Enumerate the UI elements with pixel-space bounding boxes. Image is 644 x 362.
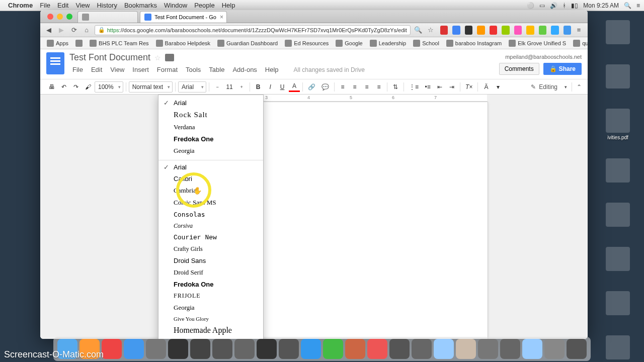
font-select[interactable]: Arial [178, 81, 206, 93]
menu-bookmarks[interactable]: Bookmarks [124, 2, 157, 9]
font-option[interactable]: Calibri [158, 173, 263, 185]
undo-button[interactable]: ↶ [58, 81, 69, 93]
docs-logo-icon[interactable] [46, 52, 64, 74]
font-option[interactable]: Fredoka One [158, 279, 263, 290]
battery-icon[interactable]: ▮▯ [571, 2, 578, 9]
reload-button[interactable]: ⟳ [69, 25, 79, 35]
menu-window[interactable]: Window [164, 2, 187, 9]
font-option[interactable]: Fredoka One [158, 133, 263, 145]
extension-icon[interactable] [526, 26, 534, 35]
extension-icon[interactable] [477, 26, 485, 35]
star-icon[interactable]: ☆ [426, 25, 436, 35]
menu-tools[interactable]: Tools [183, 65, 204, 74]
align-justify[interactable]: ≡ [373, 81, 384, 93]
redo-button[interactable]: ↷ [70, 81, 82, 93]
font-option[interactable]: Droid Serif [158, 266, 263, 279]
volume-icon[interactable]: 🔊 [550, 2, 557, 9]
font-option[interactable]: Impact [158, 337, 263, 339]
font-option[interactable]: Verdana [158, 121, 263, 133]
window-controls[interactable] [44, 14, 75, 20]
dock-app[interactable] [478, 339, 498, 359]
back-button[interactable]: ◀ [44, 25, 54, 35]
desktop-file[interactable]: ivities.pdf [594, 109, 642, 140]
desktop-file[interactable]: ck Set.pdf [594, 335, 642, 362]
italic-button[interactable]: I [265, 81, 276, 93]
extension-icon[interactable] [452, 26, 460, 35]
underline-button[interactable]: U [277, 81, 288, 93]
menu-format[interactable]: Format [154, 65, 181, 74]
doc-title[interactable]: Test Font Document [69, 52, 150, 63]
bookmark[interactable]: Apps [44, 40, 71, 47]
browser-tab-active[interactable]: Test Font Document - Go× [140, 11, 227, 23]
align-right[interactable]: ≡ [361, 81, 372, 93]
share-button[interactable]: 🔒Share [543, 63, 582, 75]
link-button[interactable]: 🔗 [305, 81, 318, 93]
menu-view[interactable]: View [107, 65, 127, 74]
extension-icon[interactable] [440, 26, 448, 35]
search-icon[interactable]: 🔍 [414, 25, 423, 35]
font-option[interactable]: Homemade Apple [158, 324, 263, 337]
font-option[interactable]: Georgia [158, 145, 263, 157]
dock-app[interactable] [434, 339, 454, 359]
dock-app[interactable] [257, 339, 277, 359]
menu-add-ons[interactable]: Add-ons [229, 65, 260, 74]
extension-icon[interactable] [502, 26, 509, 35]
dock-app[interactable] [544, 339, 565, 359]
dock-app[interactable] [323, 339, 343, 359]
desktop-file[interactable] [594, 64, 642, 90]
spotlight-icon[interactable]: 🔍 [624, 2, 631, 9]
dock-app[interactable] [234, 339, 255, 359]
extension-icon[interactable] [490, 26, 497, 35]
menu-insert[interactable]: Insert [129, 65, 152, 74]
font-option[interactable]: Courier New [158, 232, 263, 243]
dock-app[interactable] [456, 339, 476, 359]
home-button[interactable]: ⌂ [82, 25, 92, 35]
bookmark[interactable]: School [411, 40, 442, 47]
menu-file[interactable]: File [40, 2, 50, 9]
font-size[interactable]: 11 [224, 83, 235, 90]
comments-button[interactable]: Comments [499, 63, 539, 75]
menu-view[interactable]: View [75, 2, 90, 9]
bullet-list[interactable]: •≡ [422, 81, 433, 93]
menu-help[interactable]: Help [262, 65, 282, 74]
style-select[interactable]: Normal text [129, 81, 173, 93]
dock-app[interactable] [190, 339, 210, 359]
menu-table[interactable]: Table [206, 65, 227, 74]
bookmark[interactable]: Baraboo Helpdesk [153, 40, 213, 47]
bluetooth-icon[interactable]: ᚼ [562, 2, 566, 9]
app-name[interactable]: Chrome [8, 2, 33, 9]
dock-app[interactable] [168, 339, 188, 359]
hide-menus[interactable]: ⌃ [577, 83, 582, 90]
font-option[interactable]: Give You Glory [158, 314, 263, 324]
close-icon[interactable]: × [220, 14, 223, 21]
line-spacing[interactable]: ⇅ [390, 81, 401, 93]
dock-app[interactable] [279, 339, 299, 359]
extension-icon[interactable] [514, 26, 522, 35]
font-option[interactable]: Consolas [158, 209, 263, 220]
star-icon[interactable]: ☆ [154, 54, 161, 62]
desktop-file[interactable] [594, 247, 642, 273]
bookmark[interactable]: Leadership [367, 40, 409, 47]
wifi-icon[interactable]: ⚪ [527, 2, 534, 9]
dock-app[interactable] [102, 339, 122, 359]
paint-format-button[interactable]: 🖌 [83, 81, 94, 93]
bookmark[interactable]: quietube [571, 40, 588, 47]
clear-format[interactable]: T× [463, 81, 475, 93]
extension-icon[interactable] [564, 26, 571, 35]
indent-decrease[interactable]: ⇤ [434, 81, 445, 93]
font-option[interactable]: Corsiva [158, 220, 263, 232]
address-bar[interactable]: 🔒https://docs.google.com/a/barabooschool… [95, 25, 411, 35]
display-icon[interactable]: ▭ [539, 2, 545, 9]
dock-app[interactable] [124, 339, 144, 359]
font-option[interactable]: Crafty Girls [158, 243, 263, 255]
dock-app[interactable] [567, 339, 587, 359]
menu-edit[interactable]: Edit [57, 2, 68, 9]
notification-icon[interactable]: ≡ [636, 2, 640, 9]
align-left[interactable]: ≡ [337, 81, 348, 93]
bookmark[interactable] [73, 40, 85, 47]
dock-app[interactable] [345, 339, 365, 359]
dock-app[interactable] [146, 339, 166, 359]
dock-app[interactable] [522, 339, 542, 359]
size-decrease[interactable]: − [212, 81, 223, 93]
menu-edit[interactable]: Edit [88, 65, 105, 74]
